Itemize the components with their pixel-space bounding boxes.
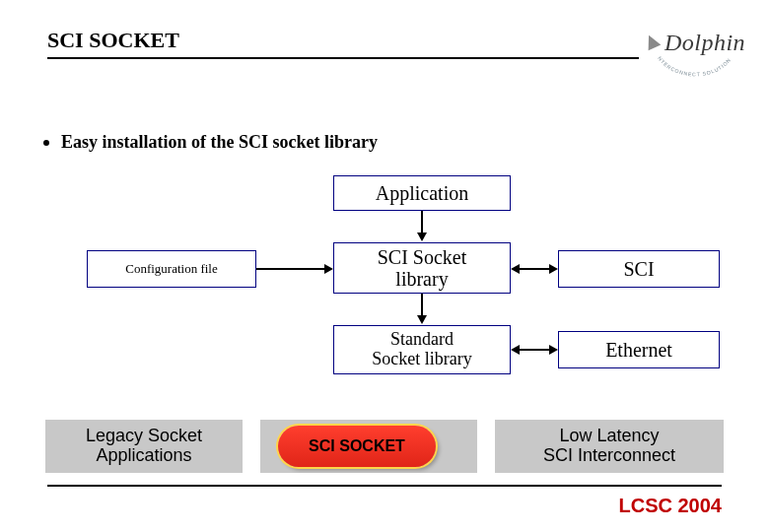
title-rule	[47, 57, 639, 59]
slide: SCI SOCKET Dolphin INTERCONNECT SOLUTION…	[0, 0, 769, 532]
footer-text: LCSC 2004	[619, 495, 723, 517]
brand-logo: Dolphin INTERCONNECT SOLUTIONS	[631, 30, 759, 82]
svg-text:INTERCONNECT SOLUTIONS: INTERCONNECT SOLUTIONS	[652, 54, 733, 77]
tile-legacy-label: Legacy Socket Applications	[86, 427, 202, 466]
box-standard-socket-library-label: Standard Socket library	[372, 330, 471, 369]
brand-name: Dolphin	[664, 30, 745, 55]
box-standard-socket-library: Standard Socket library	[333, 325, 511, 374]
box-sci-socket-library: SCI Socket library	[333, 242, 511, 294]
tile-sci-socket: SCI SOCKET	[260, 420, 477, 473]
bullet-icon	[43, 140, 49, 146]
tile-legacy-socket-apps: Legacy Socket Applications	[45, 420, 243, 473]
box-config-file: Configuration file	[87, 250, 256, 288]
arrow-stdlib-to-ethernet	[511, 345, 558, 355]
sci-socket-pill-label: SCI SOCKET	[309, 437, 405, 455]
bottom-band: Legacy Socket Applications SCI SOCKET Lo…	[45, 420, 724, 473]
tile-low-latency: Low Latency SCI Interconnect	[495, 420, 724, 473]
arrow-socketlib-to-sci	[511, 264, 558, 274]
slide-title: SCI SOCKET	[47, 28, 179, 53]
arrow-socketlib-to-stdlib	[417, 294, 427, 324]
brand-tagline-arc: INTERCONNECT SOLUTIONS	[651, 54, 739, 82]
box-sci-label: SCI	[623, 258, 654, 280]
box-sci: SCI	[558, 250, 720, 288]
dolphin-fin-icon	[643, 33, 662, 51]
box-config-file-label: Configuration file	[125, 262, 218, 276]
arrow-app-to-socketlib	[417, 211, 427, 241]
arrow-config-to-socketlib	[256, 264, 333, 274]
footer-rule	[47, 485, 722, 487]
bullet-text: Easy installation of the SCI socket libr…	[61, 132, 378, 153]
box-ethernet-label: Ethernet	[605, 339, 672, 361]
box-application-label: Application	[376, 182, 468, 204]
box-application: Application	[333, 175, 511, 211]
box-sci-socket-library-label: SCI Socket library	[378, 246, 467, 290]
sci-socket-pill: SCI SOCKET	[278, 426, 436, 467]
tile-low-latency-label: Low Latency SCI Interconnect	[543, 427, 675, 466]
box-ethernet: Ethernet	[558, 331, 720, 368]
